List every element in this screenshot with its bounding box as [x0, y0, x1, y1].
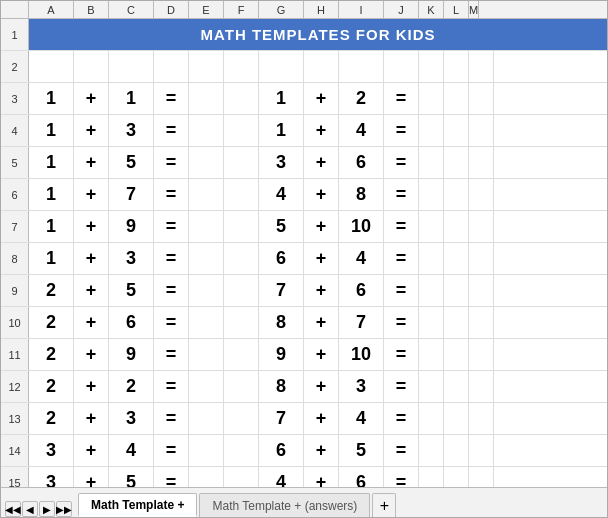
data-cell[interactable]: 10	[339, 339, 384, 370]
data-cell[interactable]: 4	[259, 467, 304, 487]
data-cell[interactable]: 5	[109, 147, 154, 178]
data-cell[interactable]	[444, 179, 469, 210]
data-cell[interactable]	[224, 147, 259, 178]
data-cell[interactable]: +	[74, 467, 109, 487]
data-cell[interactable]: 2	[339, 83, 384, 114]
data-cell[interactable]	[444, 115, 469, 146]
data-cell[interactable]: +	[304, 275, 339, 306]
data-cell[interactable]	[189, 179, 224, 210]
data-cell[interactable]: +	[74, 339, 109, 370]
data-cell[interactable]: =	[154, 211, 189, 242]
data-cell[interactable]: 8	[259, 371, 304, 402]
data-cell[interactable]: 4	[109, 435, 154, 466]
data-cell[interactable]	[419, 435, 444, 466]
data-cell[interactable]	[444, 307, 469, 338]
data-cell[interactable]: =	[154, 467, 189, 487]
data-cell[interactable]	[224, 339, 259, 370]
data-cell[interactable]	[189, 339, 224, 370]
data-cell[interactable]	[224, 179, 259, 210]
data-cell[interactable]: +	[304, 339, 339, 370]
data-cell[interactable]	[419, 467, 444, 487]
data-cell[interactable]: =	[384, 147, 419, 178]
data-cell[interactable]: 6	[259, 243, 304, 274]
data-cell[interactable]: 3	[339, 371, 384, 402]
data-cell[interactable]: +	[74, 307, 109, 338]
data-cell[interactable]: 7	[259, 275, 304, 306]
data-cell[interactable]: +	[304, 371, 339, 402]
data-cell[interactable]	[419, 243, 444, 274]
data-cell[interactable]: 3	[29, 467, 74, 487]
data-cell[interactable]: 9	[109, 339, 154, 370]
data-cell[interactable]	[444, 275, 469, 306]
data-cell[interactable]: =	[154, 435, 189, 466]
data-cell[interactable]: 3	[29, 435, 74, 466]
data-cell[interactable]: 6	[339, 467, 384, 487]
data-cell[interactable]	[469, 115, 494, 146]
data-cell[interactable]	[224, 275, 259, 306]
nav-next[interactable]: ▶	[39, 501, 55, 517]
data-cell[interactable]	[444, 243, 469, 274]
sheet-tab-1[interactable]: Math Template + (answers)	[199, 493, 370, 517]
data-cell[interactable]	[189, 83, 224, 114]
data-cell[interactable]	[419, 307, 444, 338]
data-cell[interactable]: +	[304, 83, 339, 114]
data-cell[interactable]	[469, 147, 494, 178]
data-cell[interactable]	[419, 83, 444, 114]
data-cell[interactable]: 4	[339, 243, 384, 274]
data-cell[interactable]: +	[74, 83, 109, 114]
data-cell[interactable]: +	[74, 435, 109, 466]
data-cell[interactable]	[419, 403, 444, 434]
nav-prev[interactable]: ◀	[22, 501, 38, 517]
data-cell[interactable]: +	[74, 115, 109, 146]
data-cell[interactable]	[419, 115, 444, 146]
data-cell[interactable]	[469, 243, 494, 274]
data-cell[interactable]: 1	[109, 83, 154, 114]
data-cell[interactable]	[469, 211, 494, 242]
data-cell[interactable]: =	[384, 371, 419, 402]
data-cell[interactable]: 1	[259, 115, 304, 146]
data-cell[interactable]: =	[384, 179, 419, 210]
data-cell[interactable]	[189, 371, 224, 402]
data-cell[interactable]: =	[384, 243, 419, 274]
data-cell[interactable]	[224, 307, 259, 338]
data-cell[interactable]: 1	[29, 83, 74, 114]
data-cell[interactable]	[469, 307, 494, 338]
data-cell[interactable]: +	[304, 179, 339, 210]
data-cell[interactable]: =	[154, 275, 189, 306]
data-cell[interactable]: 4	[339, 115, 384, 146]
data-cell[interactable]: =	[384, 467, 419, 487]
data-cell[interactable]	[444, 435, 469, 466]
data-cell[interactable]: =	[384, 275, 419, 306]
data-cell[interactable]: +	[74, 371, 109, 402]
data-cell[interactable]: +	[304, 435, 339, 466]
data-cell[interactable]: =	[154, 403, 189, 434]
data-cell[interactable]	[189, 307, 224, 338]
data-cell[interactable]	[189, 403, 224, 434]
data-cell[interactable]: 9	[109, 211, 154, 242]
data-cell[interactable]: 5	[259, 211, 304, 242]
data-cell[interactable]: +	[74, 243, 109, 274]
data-cell[interactable]: 1	[259, 83, 304, 114]
data-cell[interactable]: 9	[259, 339, 304, 370]
data-cell[interactable]	[189, 467, 224, 487]
data-cell[interactable]: =	[384, 435, 419, 466]
data-cell[interactable]: 10	[339, 211, 384, 242]
data-cell[interactable]: 2	[29, 371, 74, 402]
sheet-tab-0[interactable]: Math Template +	[78, 493, 197, 517]
data-cell[interactable]: +	[304, 403, 339, 434]
data-cell[interactable]: 1	[29, 115, 74, 146]
data-cell[interactable]: 4	[339, 403, 384, 434]
data-cell[interactable]	[444, 371, 469, 402]
data-cell[interactable]: +	[304, 115, 339, 146]
data-cell[interactable]	[224, 83, 259, 114]
data-cell[interactable]: 8	[339, 179, 384, 210]
data-cell[interactable]: 6	[339, 275, 384, 306]
nav-last[interactable]: ▶▶	[56, 501, 72, 517]
data-cell[interactable]	[444, 147, 469, 178]
data-cell[interactable]	[469, 179, 494, 210]
data-cell[interactable]	[444, 211, 469, 242]
data-cell[interactable]: 3	[109, 243, 154, 274]
data-cell[interactable]: =	[154, 339, 189, 370]
data-cell[interactable]: +	[304, 211, 339, 242]
data-cell[interactable]	[469, 467, 494, 487]
